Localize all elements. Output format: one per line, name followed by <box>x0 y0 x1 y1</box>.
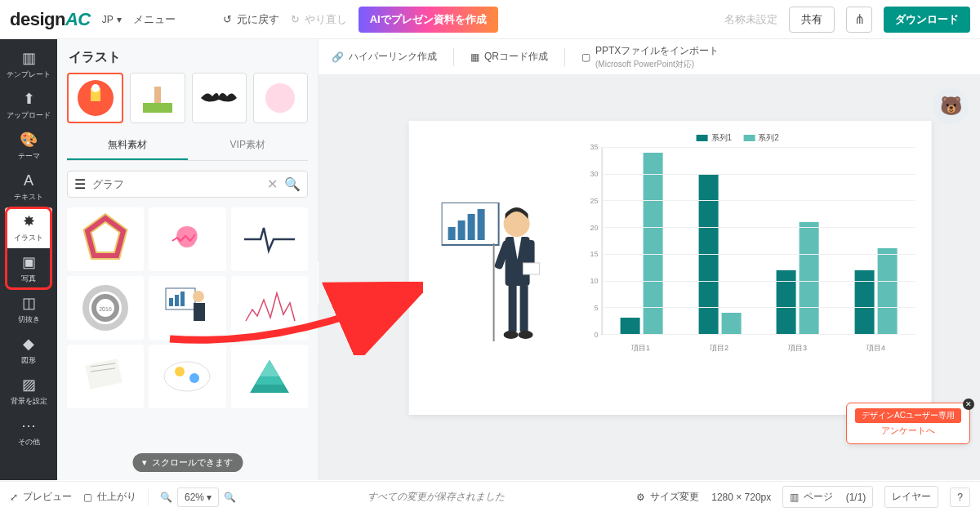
search-input[interactable] <box>92 178 261 190</box>
document-title[interactable]: 名称未設定 <box>724 12 777 27</box>
svg-rect-14 <box>180 292 185 306</box>
hyperlink-button[interactable]: 🔗ハイパーリンク作成 <box>332 50 437 64</box>
left-rail: ▥テンプレート ⬆アップロード 🎨テーマ Aテキスト ✸イラスト ▣写真 ◫切抜… <box>0 39 57 480</box>
bar-chart[interactable]: 05101520253035 項目1項目2項目3項目4 <box>581 147 915 359</box>
hatch-icon: ▨ <box>22 376 36 394</box>
upload-icon: ⬆ <box>23 90 35 108</box>
svg-point-41 <box>519 331 533 339</box>
download-button[interactable]: ダウンロード <box>884 7 970 33</box>
chevron-down-icon: ▾ <box>117 14 122 25</box>
book-icon: ▥ <box>790 492 799 503</box>
canvas-area: 🔗ハイパーリンク作成 ▦QRコード作成 ▢PPTXファイルをインポート(Micr… <box>318 39 980 480</box>
rail-more[interactable]: ⋯その他 <box>5 412 52 452</box>
svg-point-21 <box>175 367 185 376</box>
rail-theme[interactable]: 🎨テーマ <box>5 126 52 167</box>
share-icon: ⋔ <box>854 11 865 27</box>
save-status: すべての変更が保存されました <box>368 490 505 504</box>
rail-upload[interactable]: ⬆アップロード <box>5 85 52 126</box>
document-icon: ▢ <box>83 492 92 503</box>
language-selector[interactable]: JP ▾ <box>102 14 122 25</box>
assistant-avatar[interactable]: 🐻 <box>933 88 969 124</box>
survey-link[interactable]: アンケートへ <box>855 425 961 437</box>
preview-button[interactable]: ⤢プレビュー <box>10 490 72 504</box>
svg-rect-36 <box>527 240 535 266</box>
rail-templates[interactable]: ▥テンプレート <box>5 44 52 85</box>
ai-create-button[interactable]: AIでプレゼン資料を作成 <box>359 7 498 33</box>
menu-button[interactable]: メニュー <box>133 12 176 27</box>
svg-rect-12 <box>169 298 173 306</box>
resize-button[interactable]: ⚙サイズ変更 1280 × 720px <box>636 490 771 504</box>
category-thumb[interactable] <box>130 73 185 123</box>
qr-button[interactable]: ▦QRコード作成 <box>470 50 548 64</box>
svg-rect-13 <box>175 295 179 306</box>
rail-text[interactable]: Aテキスト <box>5 167 52 207</box>
svg-rect-38 <box>509 286 517 332</box>
close-icon[interactable]: ✕ <box>963 398 974 410</box>
svg-rect-17 <box>85 358 122 390</box>
redo-icon: ↻ <box>291 13 300 25</box>
asset-thumb[interactable] <box>149 276 225 340</box>
share-link-button[interactable]: ⋔ <box>846 7 872 33</box>
zoom-in-button[interactable]: 🔍 <box>224 492 236 503</box>
expand-icon: ⤢ <box>10 492 18 503</box>
svg-point-22 <box>189 373 199 383</box>
sparkle-icon: ✸ <box>23 212 35 230</box>
pptx-import-button[interactable]: ▢PPTXファイルをインポート(Microsoft PowerPoint対応) <box>581 44 719 70</box>
rail-illustration[interactable]: ✸イラスト <box>5 207 52 248</box>
filter-icon[interactable]: ☰ <box>74 176 86 192</box>
page-nav[interactable]: ▥ページ (1/1) <box>782 486 873 508</box>
svg-rect-4 <box>154 87 161 103</box>
side-panel: イラスト 無料素材 VIP素材 ☰ ✕ 🔍 2016 <box>57 39 318 480</box>
template-icon: ▥ <box>22 49 36 67</box>
finish-button[interactable]: ▢仕上がり <box>83 490 136 504</box>
gear-icon: ⚙ <box>636 492 645 503</box>
rail-photo[interactable]: ▣写真 <box>5 248 52 289</box>
svg-rect-27 <box>448 227 456 240</box>
rail-shapes[interactable]: ◆図形 <box>5 330 52 371</box>
image-icon: ▣ <box>22 253 36 271</box>
asset-thumb[interactable] <box>231 276 308 340</box>
svg-rect-3 <box>143 103 172 113</box>
asset-thumb[interactable]: 2016 <box>67 276 144 340</box>
asset-thumb[interactable] <box>149 345 225 408</box>
svg-point-40 <box>504 331 519 339</box>
layer-button[interactable]: レイヤー <box>884 486 938 508</box>
category-thumb[interactable] <box>253 73 308 123</box>
undo-button[interactable]: ↺元に戻す <box>223 12 279 27</box>
share-button[interactable]: 共有 <box>789 7 835 33</box>
tab-free[interactable]: 無料素材 <box>67 131 188 160</box>
crop-icon: ◫ <box>22 294 36 312</box>
help-button[interactable]: ? <box>950 488 970 507</box>
zoom-out-button[interactable]: 🔍 <box>160 492 172 503</box>
redo-button[interactable]: ↻やり直し <box>291 12 347 27</box>
asset-thumb[interactable] <box>67 345 144 408</box>
text-icon: A <box>24 172 33 189</box>
asset-thumb[interactable] <box>67 207 144 271</box>
svg-rect-37 <box>523 263 540 274</box>
canvas[interactable]: 系列1 系列2 05101520253035 項目1項目2項目3項目4 <box>409 121 932 415</box>
svg-rect-39 <box>520 286 528 332</box>
presenter-illustration[interactable] <box>442 203 548 349</box>
svg-point-5 <box>265 83 295 113</box>
category-thumb[interactable] <box>192 73 247 123</box>
category-thumb[interactable] <box>67 73 123 123</box>
logo[interactable]: designAC <box>10 9 91 30</box>
zoom-select[interactable]: 62% ▾ <box>177 488 219 507</box>
asset-thumb[interactable] <box>149 207 225 271</box>
scroll-icon: ▾ <box>142 457 147 468</box>
rail-background[interactable]: ▨背景を設定 <box>5 371 52 412</box>
qr-icon: ▦ <box>470 51 479 63</box>
svg-point-15 <box>193 291 204 302</box>
clear-icon[interactable]: ✕ <box>267 176 278 192</box>
svg-rect-30 <box>478 209 485 240</box>
tab-vip[interactable]: VIP素材 <box>188 131 309 160</box>
survey-tag: デザインACユーザー専用 <box>855 408 961 423</box>
panel-heading: イラスト <box>57 39 318 73</box>
pptx-icon: ▢ <box>581 51 590 63</box>
footer-bar: ⤢プレビュー ▢仕上がり 🔍 62% ▾ 🔍 すべての変更が保存されました ⚙サ… <box>0 481 980 512</box>
rail-cutout[interactable]: ◫切抜き <box>5 289 52 330</box>
svg-rect-29 <box>468 214 475 240</box>
asset-thumb[interactable] <box>231 207 308 271</box>
search-icon[interactable]: 🔍 <box>284 176 301 192</box>
asset-thumb[interactable] <box>231 345 308 408</box>
